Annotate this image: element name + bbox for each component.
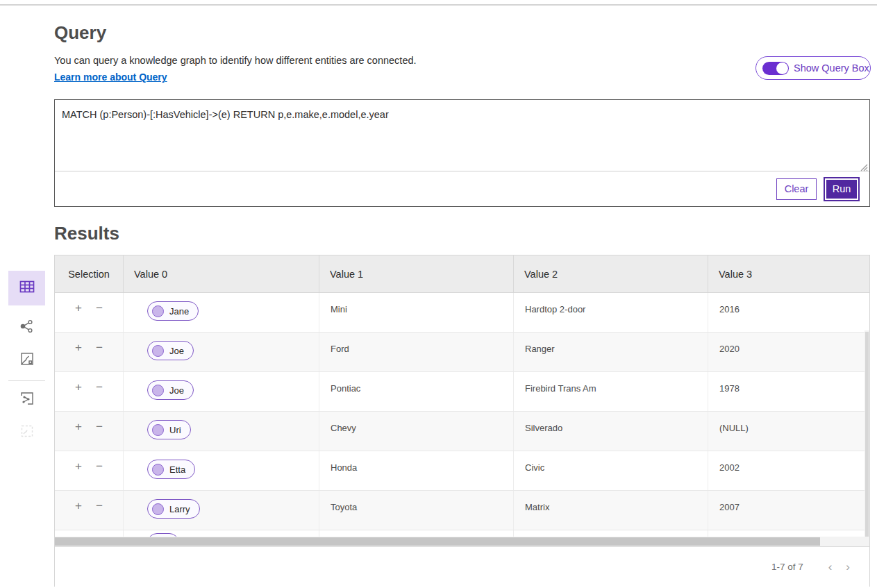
table-row: + − Jane Mini Hardtop 2-door 2016: [55, 293, 869, 333]
year-cell: (NULL): [708, 412, 869, 451]
model-cell: Civic: [514, 451, 708, 490]
horizontal-scrollbar-thumb[interactable]: [55, 537, 820, 546]
table-view-icon: [19, 278, 35, 298]
make-cell: [319, 530, 514, 537]
remove-from-selection-button[interactable]: −: [96, 302, 103, 332]
entity-cell: Joe: [124, 333, 319, 371]
model-cell: Silverado: [514, 412, 708, 451]
entity-cell: Joe: [124, 372, 319, 411]
make-cell: Mini: [319, 293, 514, 332]
run-button[interactable]: Run: [825, 178, 858, 200]
query-box: MATCH (p:Person)-[:HasVehicle]->(e) RETU…: [54, 99, 870, 207]
results-title: Results: [54, 223, 119, 244]
table-row: + − Joe Ford Ranger 2020: [55, 333, 869, 372]
toggle-knob: [776, 62, 788, 74]
add-to-selection-button[interactable]: +: [75, 500, 82, 530]
query-page: Query You can query a knowledge graph to…: [0, 0, 877, 588]
remove-from-selection-button[interactable]: −: [96, 381, 103, 411]
model-cell: [514, 530, 708, 537]
remove-from-selection-button[interactable]: −: [96, 421, 103, 451]
make-cell: Pontiac: [319, 372, 514, 411]
selection-cell: + −: [55, 372, 124, 411]
entity-name: Uri: [169, 425, 181, 435]
model-cell: Hardtop 2-door: [514, 293, 708, 332]
make-cell: Honda: [319, 451, 514, 490]
selection-cell: + −: [55, 412, 124, 451]
entity-node-icon: [152, 385, 164, 396]
entity-name: Larry: [169, 504, 190, 514]
entity-node-icon: [152, 464, 164, 476]
table-row: + − Joe Pontiac Firebird Trans Am 1978: [55, 372, 869, 412]
table-body: + − Jane Mini Hardtop 2-door 2016 + −: [55, 293, 869, 537]
selection-cell: + −: [55, 491, 124, 530]
query-toolbar: Clear Run: [55, 171, 869, 206]
query-input[interactable]: MATCH (p:Person)-[:HasVehicle]->(e) RETU…: [55, 100, 869, 171]
map-view-icon: [19, 351, 35, 369]
year-cell: 2016: [708, 293, 869, 332]
entity-pill[interactable]: Joe: [147, 341, 194, 360]
page-title: Query: [54, 22, 106, 44]
entity-pill[interactable]: Jane: [147, 301, 199, 321]
entity-cell: [124, 530, 319, 537]
entity-name: Jane: [169, 306, 189, 317]
selection-cell: + −: [55, 333, 124, 371]
entity-pill[interactable]: Joe: [147, 380, 194, 400]
add-to-selection-button[interactable]: +: [75, 302, 82, 332]
entity-cell: Jane: [124, 293, 319, 332]
add-to-map-icon: [19, 423, 35, 442]
entity-name: Joe: [169, 385, 184, 396]
add-to-selection-button[interactable]: +: [75, 421, 82, 451]
sidebar-divider: [8, 380, 45, 381]
entity-name: Etta: [169, 464, 185, 475]
entity-cell: Etta: [124, 451, 319, 490]
vertical-scrollbar-thumb[interactable]: [865, 332, 869, 537]
clear-button[interactable]: Clear: [776, 178, 817, 200]
add-to-selection-button[interactable]: +: [75, 381, 82, 411]
entity-pill[interactable]: Larry: [147, 499, 200, 519]
table-footer: 1-7 of 7 ‹ ›: [55, 546, 869, 587]
selection-cell: + −: [55, 293, 124, 332]
toggle-switch-icon[interactable]: [762, 62, 789, 75]
make-cell: Chevy: [319, 412, 514, 451]
selection-cell: [55, 530, 124, 537]
table-row: + − Uri Chevy Silverado (NULL): [55, 412, 869, 451]
table-row: + − Etta Honda Civic 2002: [55, 451, 869, 491]
sidebar-item-map-view[interactable]: [8, 348, 45, 372]
sidebar-item-link-chart-view[interactable]: [8, 316, 45, 339]
entity-node-icon: [152, 503, 164, 515]
vertical-scrollbar[interactable]: [865, 330, 869, 537]
column-header-value1: Value 1: [319, 255, 514, 292]
column-header-selection: Selection: [55, 255, 124, 292]
resize-handle-icon[interactable]: [859, 162, 868, 171]
horizontal-scrollbar[interactable]: [55, 537, 869, 546]
make-cell: Toyota: [319, 491, 514, 530]
column-header-value3: Value 3: [708, 255, 869, 292]
entity-cell: Larry: [124, 491, 319, 530]
year-cell: 1978: [708, 372, 869, 411]
show-query-box-button[interactable]: Show Query Box: [755, 56, 871, 80]
model-cell: Firebird Trans Am: [514, 372, 708, 411]
entity-pill[interactable]: Uri: [147, 420, 191, 439]
add-to-link-chart-icon: [19, 391, 35, 409]
results-table: Selection Value 0 Value 1 Value 2 Value …: [54, 255, 870, 587]
column-header-value2: Value 2: [514, 255, 708, 292]
model-cell: Matrix: [514, 491, 708, 530]
sidebar-item-add-to-link-chart[interactable]: [8, 388, 45, 412]
entity-pill[interactable]: Etta: [147, 460, 195, 479]
add-to-selection-button[interactable]: +: [75, 342, 82, 371]
entity-node-icon: [152, 305, 164, 317]
pagination-prev-button[interactable]: ‹: [821, 560, 840, 574]
top-divider: [0, 4, 877, 6]
make-cell: Ford: [319, 333, 514, 371]
learn-more-link[interactable]: Learn more about Query: [54, 72, 167, 83]
pagination-next-button[interactable]: ›: [839, 560, 857, 574]
add-to-selection-button[interactable]: +: [75, 460, 82, 490]
entity-cell: Uri: [124, 412, 319, 451]
pagination-range-label: 1-7 of 7: [771, 562, 803, 572]
remove-from-selection-button[interactable]: −: [96, 500, 103, 530]
remove-from-selection-button[interactable]: −: [96, 460, 103, 490]
year-cell: 2002: [708, 451, 869, 490]
remove-from-selection-button[interactable]: −: [96, 342, 103, 371]
sidebar-item-table-view[interactable]: [8, 271, 45, 305]
year-cell: 2020: [708, 333, 869, 371]
